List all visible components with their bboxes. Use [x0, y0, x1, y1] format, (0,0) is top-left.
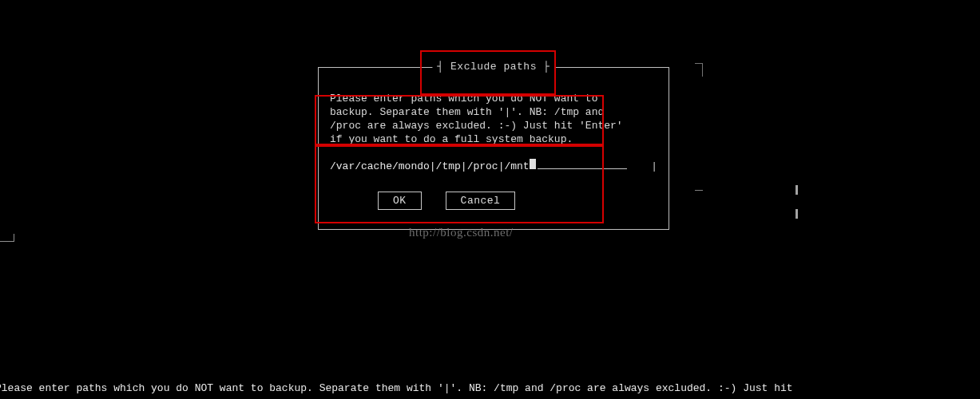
status-bar-message: Please enter paths which you do NOT want…	[0, 382, 980, 394]
ok-button[interactable]: OK	[378, 192, 422, 210]
outer-frame-fragment	[695, 190, 703, 191]
outer-frame-fragment	[796, 185, 798, 195]
cancel-button[interactable]: Cancel	[446, 192, 516, 210]
outer-frame-fragment	[796, 209, 798, 219]
outer-frame-fragment	[695, 63, 703, 77]
input-scroll-indicator: |	[651, 160, 657, 172]
dialog-button-row: OK Cancel	[378, 192, 657, 210]
exclude-paths-input[interactable]: /var/cache/mondo|/tmp|/proc|/mnt |	[330, 159, 657, 172]
dialog-message: Please enter paths which you do NOT want…	[330, 92, 657, 146]
watermark-text: http://blog.csdn.net/	[409, 226, 514, 239]
input-value-text: /var/cache/mondo|/tmp|/proc|/mnt	[330, 160, 530, 172]
exclude-paths-dialog: ┤ Exclude paths ├ Please enter paths whi…	[318, 67, 669, 230]
dialog-title: ┤ Exclude paths ├	[432, 61, 554, 73]
outer-frame-fragment	[0, 234, 14, 242]
input-underline	[538, 160, 628, 169]
text-cursor	[530, 159, 536, 169]
